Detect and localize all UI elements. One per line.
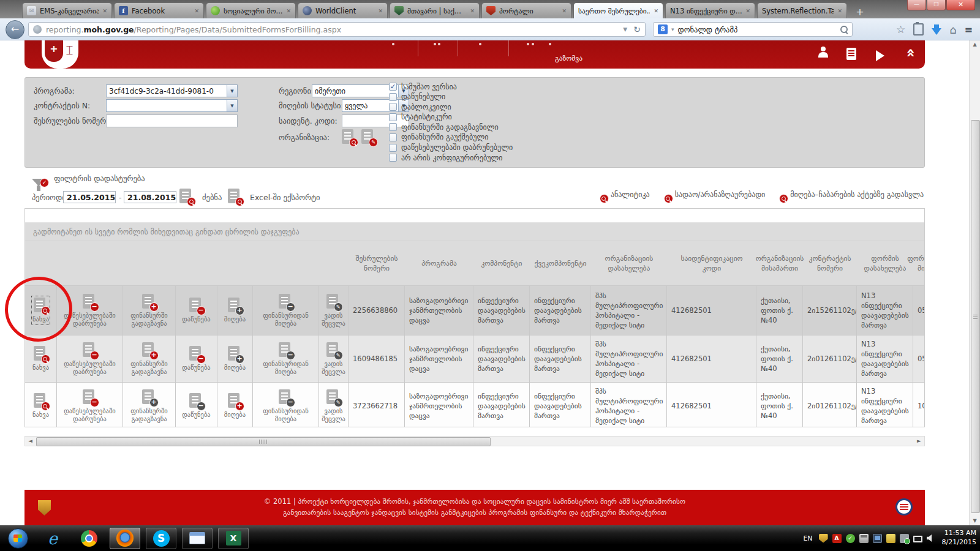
return-to-institution-button[interactable]: −დაწესებულებაში დაბრუნება [58,388,121,424]
status-checkbox-row[interactable]: დაწესებულებაში დაბრუნებული [389,144,513,152]
action-cell-send-to-financial[interactable]: +ფინანსურში გადაგზავნა [123,286,176,335]
reject-button[interactable]: −დაწუნება [181,296,211,324]
organization-search-button[interactable] [342,129,356,145]
tab-close-icon[interactable]: ✕ [470,8,475,14]
accept-button[interactable]: +მიღება [224,296,246,324]
shield-tray-icon[interactable] [819,534,828,543]
program-select[interactable]: 3cf41dc9-3c2a-41dd-9081-0▼ [106,84,238,97]
status-checkbox-row[interactable]: არ არის კონფიგურირებული [389,154,513,162]
pdf-tray-icon[interactable]: A [832,534,842,543]
minimize-button[interactable]: — [907,0,926,10]
action-cell-accept[interactable]: +მიღება [217,335,253,382]
action-cell-accept[interactable]: +მიღება [217,383,253,427]
action-cell-change-deadline[interactable]: ✎ვადის შეცვლა [319,286,349,335]
bookmarks-panel-icon[interactable] [913,23,924,36]
logout-arrow-icon[interactable] [876,49,884,61]
status-checkbox-row[interactable]: სტატისტიკური [389,113,513,121]
checkbox-icon[interactable] [389,103,397,111]
excel-export-button[interactable] [228,189,243,204]
firefox-taskbar-button[interactable] [110,528,140,549]
table-header-cell-empty[interactable] [319,241,349,285]
action-cell-view[interactable]: ნახვა [25,335,57,382]
status-checkbox-row[interactable]: ფინანსურში გაუქმებული [389,133,513,141]
action-cell-accept[interactable]: +მიღება [217,286,253,335]
return-to-institution-button[interactable]: −დაწესებულებაში დაბრუნება [58,341,121,377]
action-cell-view[interactable]: ნახვა [25,383,57,427]
action-cell-receive-from-financial[interactable]: −ფინანსურიდან მიღება [253,383,319,427]
checkbox-icon[interactable] [389,123,397,131]
checkbox-icon[interactable] [389,113,397,121]
search-icon[interactable] [840,26,848,33]
table-header-cell-empty[interactable] [217,241,253,285]
bookmark-star-icon[interactable]: ☆ [896,23,905,36]
close-button[interactable]: ✕ [946,0,975,10]
date-from-input[interactable]: 21.05.2015 [63,191,116,203]
receive-from-financial-button[interactable]: −ფინანსურიდან მიღება [254,388,317,424]
printer-tray-icon[interactable] [859,534,869,543]
internet-explorer-taskbar-button[interactable]: e [37,528,68,549]
action-cell-reject[interactable]: −დაწუნება [176,335,217,382]
table-header-cell[interactable]: კომპონენტი [473,241,530,285]
reload-icon[interactable]: ↻ [633,24,641,34]
tab-close-icon[interactable]: ✕ [378,8,383,14]
browser-tab[interactable]: N13 ინფექციური დ...✕ [665,2,755,18]
tab-close-icon[interactable]: ✕ [562,8,567,14]
action-cell-return-to-institution[interactable]: −დაწესებულებაში დაბრუნება [57,335,123,382]
change-deadline-button[interactable]: ✎ვადის შეცვლა [320,388,347,424]
accept-button[interactable]: +მიღება [224,392,246,420]
report-button[interactable]: მიღება–ჩაბარების აქტებზე გადასვლა [772,187,924,201]
browser-tab[interactable]: fFacebook✕ [114,2,204,18]
table-header-cell[interactable]: ფორმის დასახელება [857,241,913,285]
action-cell-return-to-institution[interactable]: −დაწესებულებაში დაბრუნება [57,383,123,427]
tab-close-icon[interactable]: ✕ [286,8,291,14]
new-tab-button[interactable]: + [852,6,868,18]
accept-button[interactable]: +მიღება [224,345,246,373]
action-cell-send-to-financial[interactable]: +ფინანსურში გადაგზავნა [123,383,176,427]
reject-button[interactable]: −დაწუნება [181,345,211,373]
status-checkbox-row[interactable]: ფინანსურში გადაგზავნილი [389,123,513,131]
table-header-cell-empty[interactable] [176,241,217,285]
browser-tab[interactable]: მთავარი | საქ...✕ [390,2,480,18]
table-header-cell[interactable]: ქვეკომპონენტი [530,241,591,285]
receive-from-financial-button[interactable]: −ფინანსურიდან მიღება [254,341,317,377]
tab-close-icon[interactable]: ✕ [837,8,842,14]
checkbox-icon[interactable] [389,133,397,141]
scroll-down-icon[interactable]: ▼ [970,517,980,525]
table-header-cell[interactable]: ფორმის მი [913,241,925,285]
send-to-financial-button[interactable]: +ფინანსურში გადაგზავნა [124,388,174,424]
action-cell-change-deadline[interactable]: ✎ვადის შეცვლა [319,335,349,382]
notifications-icon[interactable] [818,45,828,58]
table-header-cell[interactable]: პროგრამა [405,241,473,285]
date-to-input[interactable]: 21.08.2015 [124,191,176,203]
autocomplete-dropdown-icon[interactable]: ▼ [623,26,627,32]
menu-icon[interactable]: ≡ [965,24,973,36]
browser-tab[interactable]: WorldClient✕ [298,2,388,18]
browser-tab[interactable]: სოციალური მო...✕ [206,2,296,18]
exec-number-input[interactable] [106,114,238,127]
browser-tab[interactable]: System.Reflection.Ta...✕ [757,2,847,18]
action-cell-receive-from-financial[interactable]: −ფინანსურიდან მიღება [253,335,319,382]
table-header-cell[interactable]: ორგანიზაციის მისამართი [756,241,803,285]
send-to-financial-button[interactable]: +ფინანსურში გადაგზავნა [124,341,174,377]
checkbox-icon[interactable] [389,154,397,162]
network-tray-icon[interactable] [913,536,922,542]
status-checkbox-row[interactable]: ✓სამუშაო ვერსია [389,83,513,91]
table-header-cell[interactable]: ორგანიზაციის დასახელება [591,241,667,285]
change-deadline-button[interactable]: ✎ვადის შეცვლა [320,293,347,328]
collapse-header-icon[interactable]: » [902,50,919,58]
checkbox-icon[interactable] [389,144,397,152]
usb-tray-icon[interactable] [900,534,909,543]
codec-tray-icon[interactable] [886,534,895,543]
excel-taskbar-button[interactable]: X [218,528,249,549]
reject-button[interactable]: −დაწუნება [181,392,211,420]
contract-select[interactable]: ▼ [106,99,238,112]
table-horizontal-scrollbar[interactable]: ◄ ► [24,436,925,446]
scroll-right-icon[interactable]: ► [914,437,924,445]
excel-export-label[interactable]: Excel-ში ექსპორტი [250,193,320,202]
search-submit-button[interactable] [179,189,194,204]
table-header-cell-empty[interactable] [57,241,123,285]
tab-close-icon[interactable]: ✕ [102,8,107,14]
language-indicator[interactable]: EN [803,534,812,542]
scroll-left-icon[interactable]: ◄ [26,437,35,445]
volume-tray-icon[interactable] [927,534,935,542]
